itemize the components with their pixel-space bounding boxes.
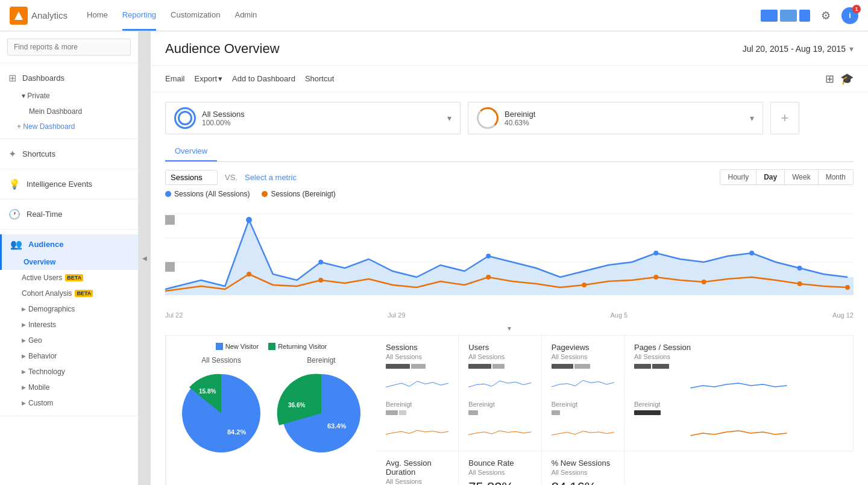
new-sessions-value: 84.16% — [552, 480, 614, 485]
custom-triangle: ▶ — [22, 400, 26, 406]
sidebar-geo[interactable]: ▶ Geo — [0, 333, 138, 348]
interests-label: Interests — [28, 321, 56, 329]
pie-all-sessions: All Sessions 84.2% 15.8% — [176, 356, 266, 460]
segment-bereinigt[interactable]: Bereinigt 40.63% ▾ — [468, 102, 763, 134]
pageviews-bereinigt-bar — [552, 410, 560, 415]
sidebar-overview[interactable]: Overview — [0, 254, 138, 270]
nav-customization[interactable]: Customization — [171, 1, 220, 31]
add-segment-button[interactable]: + — [770, 102, 799, 134]
pages-session-sparkline — [634, 371, 843, 395]
sidebar-wrapper: ⊞ Dashboards ▾ Private Mein Dashboard + … — [0, 31, 151, 485]
nav-admin[interactable]: Admin — [234, 1, 257, 31]
users-sparkline — [468, 371, 531, 395]
sidebar-private[interactable]: ▾ Private — [0, 88, 138, 104]
new-visitor-label: New Visitor — [225, 343, 259, 350]
metric-selector[interactable]: Sessions — [165, 170, 218, 185]
nav-reporting[interactable]: Reporting — [122, 1, 156, 31]
sidebar-cohort[interactable]: Cohort Analysis BETA — [0, 286, 138, 301]
sessions-sparkline — [386, 371, 448, 395]
date-range-picker[interactable]: Jul 20, 2015 - Aug 19, 2015 ▾ — [743, 44, 854, 62]
segment-dropdown-bereinigt[interactable]: ▾ — [750, 113, 754, 123]
bounce-rate-title: Bounce Rate — [468, 458, 531, 468]
demographics-label: Demographics — [28, 305, 75, 313]
sidebar-mobile[interactable]: ▶ Mobile — [0, 380, 138, 395]
svg-point-18 — [845, 285, 850, 290]
main-chart — [165, 202, 854, 304]
my-dashboard-label: Mein Dashboard — [29, 107, 82, 116]
notifications-button[interactable]: i 1 — [841, 7, 858, 24]
stat-sessions: Sessions All Sessions Bereinigt — [376, 336, 459, 451]
dashboards-section: ⊞ Dashboards ▾ Private Mein Dashboard + … — [0, 63, 138, 139]
x-axis-labels: Jul 22 Jul 29 Aug 5 Aug 12 — [165, 309, 854, 321]
logo[interactable]: Analytics — [10, 7, 68, 25]
select-metric-link[interactable]: Select a metric — [245, 173, 297, 182]
grid-view-icon[interactable]: ⊞ — [825, 72, 834, 86]
segment-circle-inner — [178, 111, 192, 125]
export-button[interactable]: Export ▾ — [195, 72, 223, 86]
expand-chart-button[interactable]: ▾ — [508, 324, 511, 333]
stat-users: Users All Sessions Bereinigt — [459, 336, 541, 451]
sidebar-my-dashboard[interactable]: Mein Dashboard — [0, 104, 138, 119]
segment-info-all: All Sessions 100.00% — [202, 110, 441, 127]
segment-dropdown-all[interactable]: ▾ — [447, 113, 451, 123]
pages-session-bereinigt-bar — [634, 410, 661, 415]
pie-all-title: All Sessions — [176, 356, 266, 365]
technology-label: Technology — [28, 368, 65, 376]
pages-session-bereinigt-sparkline — [634, 418, 843, 442]
pageviews-bar-2 — [574, 364, 590, 369]
segment-name-all: All Sessions — [202, 110, 441, 119]
add-dashboard-button[interactable]: Add to Dashboard — [232, 72, 295, 86]
users-bereinigt-bars — [468, 410, 531, 415]
time-btn-month[interactable]: Month — [819, 170, 853, 184]
x-label-aug12: Aug 12 — [832, 311, 854, 319]
sidebar-item-intelligence[interactable]: 💡 Intelligence Events — [0, 174, 138, 194]
behavior-label: Behavior — [28, 352, 57, 360]
sidebar-toggle[interactable]: ◀ — [139, 31, 151, 485]
tab-overview[interactable]: Overview — [165, 142, 217, 161]
sidebar-technology[interactable]: ▶ Technology — [0, 364, 138, 380]
mobile-triangle: ▶ — [22, 384, 26, 390]
new-dashboard-button[interactable]: + New Dashboard — [0, 119, 138, 134]
sidebar-item-shortcuts[interactable]: ✦ Shortcuts — [0, 144, 138, 164]
sidebar-interests[interactable]: ▶ Interests — [0, 317, 138, 333]
hat-icon[interactable]: 🎓 — [840, 72, 854, 86]
svg-point-13 — [486, 275, 491, 280]
geo-label: Geo — [28, 336, 42, 345]
shortcut-button[interactable]: Shortcut — [305, 72, 334, 86]
email-button[interactable]: Email — [165, 72, 185, 86]
chart-legend: Sessions (All Sessions) Sessions (Berein… — [165, 190, 854, 198]
main-content: Audience Overview Jul 20, 2015 - Aug 19,… — [151, 31, 868, 485]
sidebar-item-audience[interactable]: 👥 Audience — [0, 234, 138, 254]
svg-point-5 — [246, 217, 252, 223]
segment-all-sessions[interactable]: All Sessions 100.00% ▾ — [165, 102, 461, 134]
mobile-label: Mobile — [28, 383, 49, 392]
nav-links: Home Reporting Customization Admin — [87, 1, 761, 31]
sidebar-custom[interactable]: ▶ Custom — [0, 395, 138, 411]
returning-visitor-dot — [268, 343, 275, 350]
cohort-beta-badge: BETA — [75, 290, 93, 297]
intelligence-icon: 💡 — [8, 178, 20, 190]
sidebar-demographics[interactable]: ▶ Demographics — [0, 301, 138, 317]
sidebar-active-users[interactable]: Active Users BETA — [0, 270, 138, 286]
sidebar-item-dashboards[interactable]: ⊞ Dashboards — [0, 68, 138, 88]
svg-point-10 — [797, 266, 802, 271]
svg-rect-19 — [165, 215, 175, 225]
nav-home[interactable]: Home — [87, 1, 108, 31]
time-btn-week[interactable]: Week — [785, 170, 818, 184]
avg-duration-sub: All Sessions — [386, 478, 448, 485]
export-label: Export — [195, 74, 218, 83]
search-input[interactable] — [7, 39, 131, 55]
settings-icon[interactable]: ⚙ — [817, 7, 834, 24]
sidebar-item-realtime[interactable]: 🕐 Real-Time — [0, 204, 138, 224]
legend-label-all: Sessions (All Sessions) — [174, 190, 250, 198]
segment-pct-bereinigt: 40.63% — [505, 119, 744, 127]
time-btn-hourly[interactable]: Hourly — [720, 170, 756, 184]
sidebar-behavior[interactable]: ▶ Behavior — [0, 348, 138, 364]
time-btn-day[interactable]: Day — [756, 170, 785, 184]
content-area: All Sessions 100.00% ▾ Bereinigt 40.63% … — [151, 92, 868, 485]
page-title: Audience Overview — [165, 41, 280, 65]
sessions-bereinigt-bar — [386, 410, 398, 415]
x-label-jul22: Jul 22 — [165, 311, 183, 319]
badge-1 — [761, 10, 778, 22]
users-bars — [468, 364, 531, 369]
